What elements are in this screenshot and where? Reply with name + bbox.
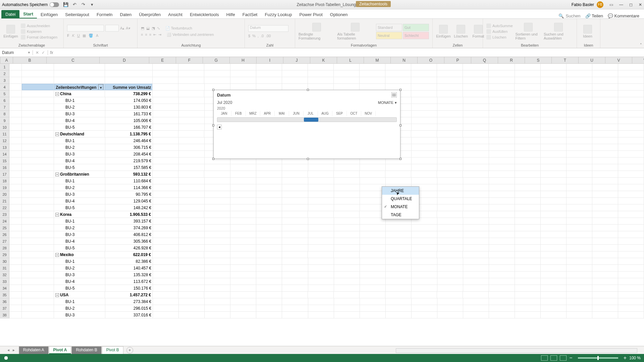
cell[interactable] — [9, 245, 22, 251]
cell[interactable] — [489, 245, 515, 251]
row-header[interactable]: 23 — [0, 211, 9, 218]
pivot-row-label[interactable]: BU-4 — [54, 198, 105, 204]
timeline-month[interactable]: JUL — [304, 111, 318, 116]
cell[interactable] — [282, 231, 308, 238]
cell[interactable] — [489, 90, 515, 97]
autosum-button[interactable]: AutoSumme — [486, 23, 513, 28]
cell[interactable] — [592, 117, 618, 124]
pivot-row-label[interactable]: BU-4 — [54, 117, 105, 124]
zoom-out-icon[interactable]: − — [569, 355, 572, 361]
cell[interactable] — [360, 245, 386, 251]
period-menu-item[interactable]: QUARTALE — [382, 195, 419, 203]
cell[interactable] — [179, 184, 205, 191]
cell[interactable] — [9, 238, 22, 244]
cell[interactable] — [334, 184, 360, 191]
cell[interactable] — [541, 251, 567, 258]
cell[interactable] — [412, 238, 437, 244]
cell[interactable] — [9, 258, 22, 264]
cell[interactable] — [153, 204, 179, 211]
cell[interactable] — [437, 77, 463, 83]
pivot-row-value[interactable]: 129.045 € — [105, 198, 153, 204]
cell[interactable] — [463, 104, 489, 110]
cell[interactable] — [386, 164, 412, 171]
cell[interactable] — [179, 231, 205, 238]
cell[interactable] — [618, 77, 644, 83]
pivot-row-label[interactable]: BU-5 — [54, 285, 105, 291]
cell[interactable] — [618, 285, 644, 291]
cell[interactable] — [334, 64, 360, 70]
cell[interactable] — [153, 124, 179, 130]
column-header[interactable]: T — [552, 57, 579, 63]
cell[interactable] — [153, 238, 179, 244]
cell[interactable] — [515, 171, 541, 177]
cell[interactable] — [334, 225, 360, 231]
cell[interactable] — [256, 312, 282, 318]
increase-font-icon[interactable]: A▴ — [120, 26, 124, 31]
row-header[interactable]: 31 — [0, 265, 9, 272]
cell[interactable] — [489, 178, 515, 184]
cell[interactable] — [489, 77, 515, 83]
cell[interactable] — [463, 278, 489, 285]
cell[interactable] — [9, 117, 22, 124]
toggle-switch[interactable] — [50, 2, 59, 7]
timeline-month[interactable]: JUN — [289, 111, 304, 116]
cell[interactable] — [463, 191, 489, 197]
sheet-tab[interactable]: Rohdaten B — [71, 346, 101, 354]
cell[interactable] — [230, 245, 256, 251]
cell[interactable] — [256, 278, 282, 285]
pivot-row-label[interactable]: BU-3 — [54, 191, 105, 197]
cell[interactable] — [22, 178, 54, 184]
timeline-month[interactable]: AUG — [318, 111, 332, 116]
cell[interactable] — [153, 251, 178, 258]
cell[interactable] — [22, 171, 54, 177]
cell[interactable] — [412, 272, 437, 278]
cell[interactable] — [437, 184, 463, 191]
cell[interactable] — [437, 131, 463, 137]
number-format-dropdown[interactable]: Datum — [248, 25, 288, 32]
cell[interactable] — [618, 251, 644, 258]
cell[interactable] — [463, 90, 489, 97]
cell[interactable] — [205, 198, 230, 204]
cell[interactable] — [437, 151, 463, 157]
cell[interactable] — [489, 64, 515, 70]
record-macro-icon[interactable]: ⏺ — [3, 355, 9, 361]
cell[interactable] — [541, 245, 567, 251]
pivot-row-value[interactable]: 337.016 € — [105, 312, 153, 318]
cell[interactable] — [179, 178, 205, 184]
cell[interactable] — [567, 144, 592, 150]
cell[interactable] — [515, 164, 541, 171]
cell[interactable] — [282, 238, 308, 244]
column-header[interactable]: O — [418, 57, 444, 63]
contextual-tab-label[interactable]: Zeitachsentools — [356, 1, 391, 7]
cell[interactable] — [179, 278, 205, 285]
cell[interactable] — [153, 272, 179, 278]
cell[interactable] — [618, 258, 644, 264]
cell[interactable] — [308, 218, 334, 224]
cell[interactable] — [618, 171, 644, 177]
cell[interactable] — [178, 292, 204, 298]
cell[interactable] — [308, 258, 334, 264]
cell[interactable] — [385, 171, 411, 177]
cell[interactable] — [592, 278, 618, 285]
cell[interactable] — [437, 305, 463, 311]
cell[interactable] — [205, 245, 230, 251]
cell[interactable] — [437, 245, 463, 251]
cell[interactable] — [153, 285, 179, 291]
cell[interactable] — [334, 265, 360, 271]
cell[interactable] — [437, 238, 463, 244]
cell[interactable] — [541, 184, 567, 191]
cell[interactable] — [618, 265, 644, 271]
cell[interactable] — [437, 278, 463, 285]
cell[interactable] — [592, 191, 618, 197]
cell[interactable] — [463, 225, 489, 231]
cell[interactable] — [541, 90, 567, 97]
cell[interactable] — [22, 272, 54, 278]
cell[interactable] — [541, 97, 567, 104]
fill-button[interactable]: Ausfüllen — [486, 29, 513, 34]
column-header[interactable]: R — [498, 57, 525, 63]
cell[interactable] — [463, 171, 489, 177]
cell[interactable] — [230, 211, 256, 218]
pivot-row-value[interactable]: 426.928 € — [105, 245, 153, 251]
pivot-row-label[interactable]: BU-2 — [54, 144, 105, 150]
cell[interactable] — [567, 171, 592, 177]
